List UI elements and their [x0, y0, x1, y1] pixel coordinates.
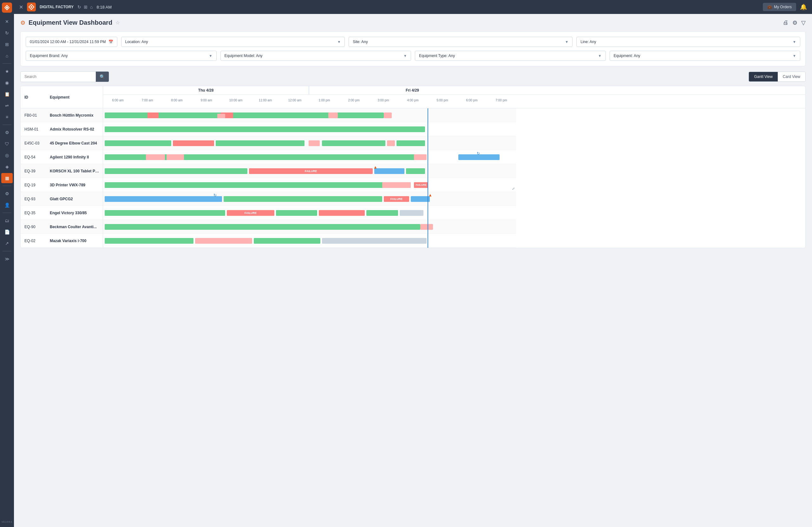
equipment-brand-chevron-icon: ▼	[209, 54, 213, 58]
sidebar-item-report[interactable]: 📋	[1, 89, 13, 99]
bar-red-e45c03[interactable]	[173, 140, 214, 146]
bar-pink-eq90[interactable]	[420, 224, 433, 230]
bar-gray-eq02[interactable]	[322, 238, 426, 244]
gantt-view-button[interactable]: Gantt View	[749, 72, 778, 81]
sidebar-item-refresh[interactable]: ↻	[1, 28, 13, 38]
bar-red-eq93[interactable]: FAILURE	[384, 196, 409, 202]
bar-green-fb001[interactable]	[105, 112, 384, 118]
line-filter[interactable]: Line: Any ▼	[576, 37, 800, 47]
bar-green-e45c03-3[interactable]	[322, 140, 386, 146]
bar-pink-fb001-3[interactable]	[384, 112, 392, 118]
bar-green-eq39-1[interactable]	[105, 168, 247, 174]
topbar-close-icon[interactable]: ✕	[19, 4, 23, 10]
bar-pink-eq19[interactable]	[382, 182, 411, 188]
equipment-model-filter[interactable]: Equipment Model: Any ▼	[220, 51, 411, 61]
sidebar-bottom: v11.0.0-1	[0, 519, 13, 525]
row-id: EQ-39	[20, 166, 46, 176]
equipment-label: Equipment: Any	[614, 54, 640, 58]
sidebar-item-archive[interactable]: 🗂	[1, 215, 13, 226]
bar-blue-eq39[interactable]	[374, 168, 404, 174]
location-filter[interactable]: Location: Any ▼	[121, 37, 345, 47]
topbar-grid-icon[interactable]: ⊞	[84, 4, 88, 10]
bar-green-eq02-2[interactable]	[254, 238, 320, 244]
sidebar-item-gear[interactable]: ⚙	[1, 189, 13, 199]
bar-blue-eq93-2[interactable]	[411, 196, 430, 202]
sidebar-item-tag[interactable]: ◈	[1, 162, 13, 172]
card-view-button[interactable]: Card View	[778, 72, 805, 81]
sidebar-item-settings[interactable]: ⚙	[1, 127, 13, 137]
sidebar-divider-3	[2, 186, 11, 186]
gantt-body: ↻ FAILURE ▲	[103, 108, 516, 248]
bar-red-eq39[interactable]: FAILURE	[249, 168, 373, 174]
row-equipment: Engel Victory 330/85	[46, 208, 103, 218]
filter-settings-icon[interactable]: ⚙	[792, 19, 797, 26]
bar-green-e45c03-2[interactable]	[216, 140, 304, 146]
bar-blue-eq93-1[interactable]	[105, 196, 222, 202]
bar-green-eq02-1[interactable]	[105, 238, 193, 244]
filter-icon[interactable]: ▽	[801, 19, 806, 26]
time-label-900: 9:00 am	[192, 99, 221, 102]
bar-pink-e45c03-2[interactable]	[387, 140, 395, 146]
search-input[interactable]	[20, 72, 96, 81]
bar-pink-eq02[interactable]	[195, 238, 252, 244]
notification-icon[interactable]: 🔔	[800, 3, 807, 11]
bar-green-eq35-3[interactable]	[366, 210, 398, 216]
my-orders-button[interactable]: 💼 My Orders	[763, 3, 796, 11]
bar-green-eq39-2[interactable]	[406, 168, 425, 174]
row-equipment: KORSCH XL 100 Tablet Press	[46, 166, 103, 176]
failure-label-eq93: FAILURE	[390, 197, 403, 200]
bar-gray-eq35[interactable]	[400, 210, 423, 216]
sidebar-item-expand[interactable]: ≫	[1, 254, 13, 264]
bar-green-eq19-1[interactable]	[105, 182, 384, 188]
bar-green-eq35-2[interactable]	[276, 210, 317, 216]
bar-green-eq93[interactable]	[223, 196, 382, 202]
sidebar-item-list[interactable]: ≡	[1, 112, 13, 122]
bar-green-hsm01[interactable]	[105, 126, 425, 132]
sidebar-item-home[interactable]: ⌂	[1, 51, 13, 61]
sidebar-item-globe[interactable]: ◉	[1, 78, 13, 88]
sidebar-logo[interactable]	[2, 2, 12, 13]
equipment-filter[interactable]: Equipment: Any ▼	[610, 51, 801, 61]
sidebar-item-grid[interactable]: ⊞	[1, 39, 13, 49]
bar-pink-fb001-2[interactable]	[328, 112, 338, 118]
sidebar-item-share[interactable]: ↗	[1, 238, 13, 249]
print-icon[interactable]: 🖨	[783, 19, 788, 26]
sidebar-item-star[interactable]: ★	[1, 66, 13, 76]
bar-green-e45c03-4[interactable]	[396, 140, 425, 146]
topbar-home-icon[interactable]: ⌂	[90, 4, 92, 10]
bar-pink-eq54-2[interactable]	[166, 154, 184, 160]
site-filter[interactable]: Site: Any ▼	[349, 37, 572, 47]
row-id: EQ-02	[20, 236, 46, 245]
filter-row-1: 01/01/2024 12:00 AM - 12/31/2024 11:59 P…	[26, 37, 800, 47]
sidebar-item-document[interactable]: 📄	[1, 227, 13, 237]
bar-pink-e45c03[interactable]	[309, 140, 320, 146]
bar-red-eq35-2[interactable]	[319, 210, 365, 216]
topbar-refresh-icon[interactable]: ↻	[77, 4, 81, 10]
equipment-type-filter[interactable]: Equipment Type: Any ▼	[415, 51, 606, 61]
sidebar-item-flow[interactable]: ⇌	[1, 101, 13, 110]
bar-green-eq90[interactable]	[105, 224, 420, 230]
bar-green-eq35-1[interactable]	[105, 210, 225, 216]
bar-red-eq35-1[interactable]: FAILURE	[227, 210, 274, 216]
sidebar-item-close[interactable]: ✕	[1, 16, 13, 27]
gantt-row-eq93: FAILURE ↻ ▲	[103, 192, 516, 206]
failure-label-eq19: FAILURE	[416, 183, 426, 186]
bar-green-e45c03-1[interactable]	[105, 140, 171, 146]
bar-pink-eq54-3[interactable]	[414, 154, 426, 160]
sidebar-item-shield[interactable]: 🛡	[1, 139, 13, 149]
warning-icon-eq93: ▲	[428, 193, 432, 197]
site-chevron-icon: ▼	[565, 40, 568, 44]
date-range-filter[interactable]: 01/01/2024 12:00 AM - 12/31/2024 11:59 P…	[26, 37, 117, 47]
expand-icon-eq19[interactable]: ⤢	[512, 187, 515, 191]
bar-pink-eq54-1[interactable]	[146, 154, 165, 160]
equipment-brand-filter[interactable]: Equipment Brand: Any ▼	[26, 51, 217, 61]
bar-pink-fb001[interactable]	[217, 114, 225, 118]
favorite-star-icon[interactable]: ☆	[115, 20, 120, 26]
bar-red-fb001-1[interactable]	[147, 112, 159, 118]
sidebar-item-chart[interactable]: ▦	[1, 173, 13, 183]
bar-red-eq19[interactable]: FAILURE	[414, 182, 428, 188]
sidebar-item-circle[interactable]: ◎	[1, 150, 13, 160]
sidebar-item-user[interactable]: 👤	[1, 200, 13, 210]
gantt-row-eq02	[103, 234, 516, 248]
search-button[interactable]: 🔍	[96, 72, 109, 82]
